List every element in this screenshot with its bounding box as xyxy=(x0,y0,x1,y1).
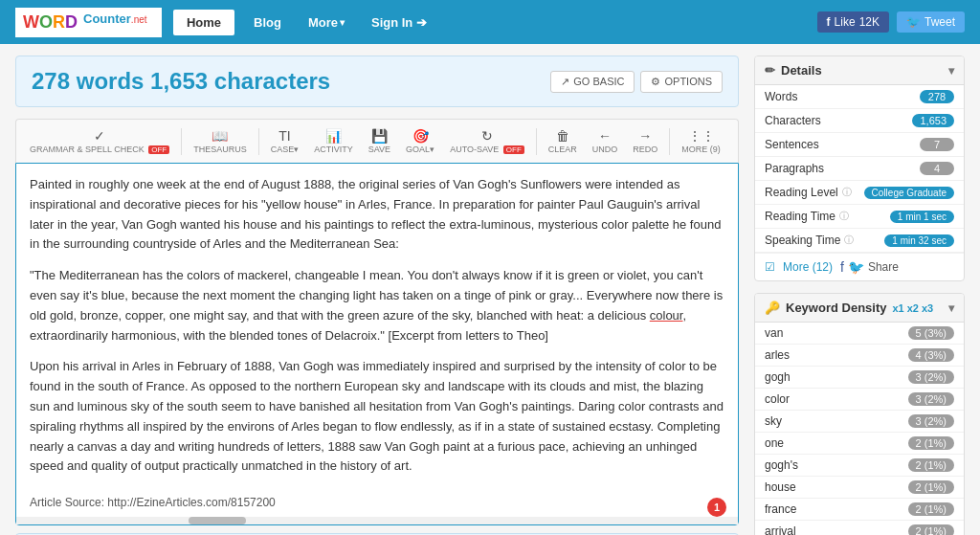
kd-word: gogh's xyxy=(765,458,798,472)
kd-row-arrival: arrival 2 (1%) xyxy=(755,521,964,535)
detail-row-characters: Characters 1,653 xyxy=(755,109,964,133)
toolbar-divider xyxy=(669,128,670,155)
speaking-time-value: 1 min 32 sec xyxy=(884,234,954,247)
undo-icon: ← xyxy=(598,128,612,144)
right-sidebar: ✏ Details ▾ Words 278 Characters 1,653 S… xyxy=(754,56,965,535)
nav-more-link[interactable]: More ▾ xyxy=(301,10,352,35)
keyword-density-title: Keyword Density xyxy=(786,301,886,315)
spell-highlight: colour xyxy=(650,308,683,323)
activity-button[interactable]: 📊 ACTIVITY xyxy=(308,125,359,157)
save-button[interactable]: 💾 SAVE xyxy=(363,125,396,157)
characters-label: Characters xyxy=(765,114,821,127)
checkmark-icon: ✓ xyxy=(94,128,105,144)
kd-word: sky xyxy=(765,414,782,428)
paragraphs-value: 4 xyxy=(920,162,954,175)
case-icon: TI xyxy=(278,128,290,144)
case-button[interactable]: TI CASE▾ xyxy=(265,125,305,157)
details-more-link[interactable]: More (12) xyxy=(783,260,833,274)
kd-row-house: house 2 (1%) xyxy=(755,477,964,499)
kd-count: 2 (1%) xyxy=(908,436,954,450)
twitter-tweet-button[interactable]: 🐦 Tweet xyxy=(897,11,965,33)
reading-time-label: Reading Time xyxy=(765,210,835,223)
thesaurus-button[interactable]: 📖 THESAURUS xyxy=(188,125,253,157)
kd-row-one: one 2 (1%) xyxy=(755,433,964,455)
go-basic-button[interactable]: ↗ GO BASIC xyxy=(550,71,635,93)
scrollbar-thumb[interactable] xyxy=(189,517,246,524)
kd-count: 5 (3%) xyxy=(908,326,954,340)
collapse-icon[interactable]: ▾ xyxy=(948,301,954,315)
left-column: 278 words 1,653 characters ↗ GO BASIC ⚙ … xyxy=(15,56,739,535)
editor-text[interactable]: Painted in roughly one week at the end o… xyxy=(16,164,738,488)
detail-row-sentences: Sentences 7 xyxy=(755,133,964,157)
kd-count: 2 (1%) xyxy=(908,524,954,535)
kd-word: house xyxy=(765,480,796,494)
grammar-spell-check-button[interactable]: ✓ GRAMMAR & SPELL CHECK OFF xyxy=(24,125,175,157)
kd-count: 2 (1%) xyxy=(908,458,954,472)
kd-row-france: france 2 (1%) xyxy=(755,499,964,521)
kd-word: one xyxy=(765,436,784,450)
kd-count: 3 (2%) xyxy=(908,370,954,384)
save-icon: 💾 xyxy=(371,128,388,144)
kd-word: van xyxy=(765,326,783,340)
main-content: 278 words 1,653 characters ↗ GO BASIC ⚙ … xyxy=(0,44,980,535)
goal-icon: 🎯 xyxy=(412,128,429,144)
header: WORD Counter.net Every Word Counts Home … xyxy=(0,0,980,44)
kd-word: gogh xyxy=(765,370,791,384)
goal-button[interactable]: 🎯 GOAL▾ xyxy=(400,125,440,157)
kd-x3-button[interactable]: x3 xyxy=(922,302,933,314)
info-icon[interactable]: ⓘ xyxy=(844,234,854,247)
undo-button[interactable]: ← UNDO xyxy=(587,125,624,157)
redo-icon: → xyxy=(638,128,652,144)
chart-icon: 📊 xyxy=(325,128,342,144)
nav-home-button[interactable]: Home xyxy=(173,10,234,35)
book-icon: 📖 xyxy=(212,128,228,144)
kd-x1-button[interactable]: x1 xyxy=(892,302,903,314)
nav-signin-link[interactable]: Sign In ➔ xyxy=(364,10,434,35)
key-icon: 🔑 xyxy=(765,301,780,315)
details-section: ✏ Details ▾ Words 278 Characters 1,653 S… xyxy=(754,56,965,281)
keyword-density-header: 🔑 Keyword Density x1 x2 x3 ▾ xyxy=(755,294,964,323)
info-icon[interactable]: ⓘ xyxy=(842,186,852,199)
facebook-like-button[interactable]: f Like 12K xyxy=(817,11,889,33)
kd-word: france xyxy=(765,502,796,516)
collapse-icon[interactable]: ▾ xyxy=(948,64,954,78)
characters-value: 1,653 xyxy=(912,114,954,127)
text-paragraph-3: Upon his arrival in Arles in February of… xyxy=(30,357,724,477)
paragraphs-label: Paragraphs xyxy=(765,162,824,175)
kd-row-color: color 3 (2%) xyxy=(755,389,964,411)
text-editor-area[interactable]: Painted in roughly one week at the end o… xyxy=(15,163,739,525)
sentences-value: 7 xyxy=(920,138,954,151)
kd-x2-button[interactable]: x2 xyxy=(907,302,919,314)
autosave-button[interactable]: ↻ AUTO-SAVE OFF xyxy=(444,125,530,157)
clear-button[interactable]: 🗑 CLEAR xyxy=(543,125,583,157)
kd-word: arles xyxy=(765,348,790,362)
external-link-icon: ↗ xyxy=(561,76,569,88)
twitter-share-icon[interactable]: 🐦 xyxy=(848,259,864,275)
autosave-icon: ↻ xyxy=(481,128,493,144)
toolbar-divider xyxy=(258,128,259,155)
header-social: f Like 12K 🐦 Tweet xyxy=(817,11,965,33)
details-footer: ☑ More (12) f 🐦 Share xyxy=(755,253,964,280)
detail-row-reading-level: Reading Level ⓘ College Graduate xyxy=(755,181,964,205)
kd-row-sky: sky 3 (2%) xyxy=(755,411,964,433)
redo-button[interactable]: → REDO xyxy=(627,125,663,157)
kd-count: 2 (1%) xyxy=(908,480,954,494)
stats-bar: 278 words 1,653 characters ↗ GO BASIC ⚙ … xyxy=(15,56,739,107)
words-label: Words xyxy=(765,90,797,103)
kd-word: color xyxy=(765,392,790,406)
more-tools-button[interactable]: ⋮⋮ MORE (9) xyxy=(676,125,726,157)
reading-time-value: 1 min 1 sec xyxy=(890,211,954,223)
nav-blog-link[interactable]: Blog xyxy=(246,10,289,35)
scrollbar[interactable] xyxy=(16,517,738,524)
options-button[interactable]: ⚙ OPTIONS xyxy=(640,71,723,93)
share-label: Share xyxy=(868,260,899,274)
keyword-density-section: 🔑 Keyword Density x1 x2 x3 ▾ van 5 (3%) … xyxy=(754,293,965,535)
facebook-share-icon[interactable]: f xyxy=(840,259,844,275)
stats-actions: ↗ GO BASIC ⚙ OPTIONS xyxy=(550,71,723,93)
kd-count: 3 (2%) xyxy=(908,414,954,428)
logo: WORD Counter.net Every Word Counts xyxy=(15,8,162,37)
info-icon[interactable]: ⓘ xyxy=(839,210,849,223)
chevron-down-icon: ▾ xyxy=(340,17,345,28)
toolbar-divider xyxy=(536,128,537,155)
grid-icon: ⋮⋮ xyxy=(688,128,715,144)
